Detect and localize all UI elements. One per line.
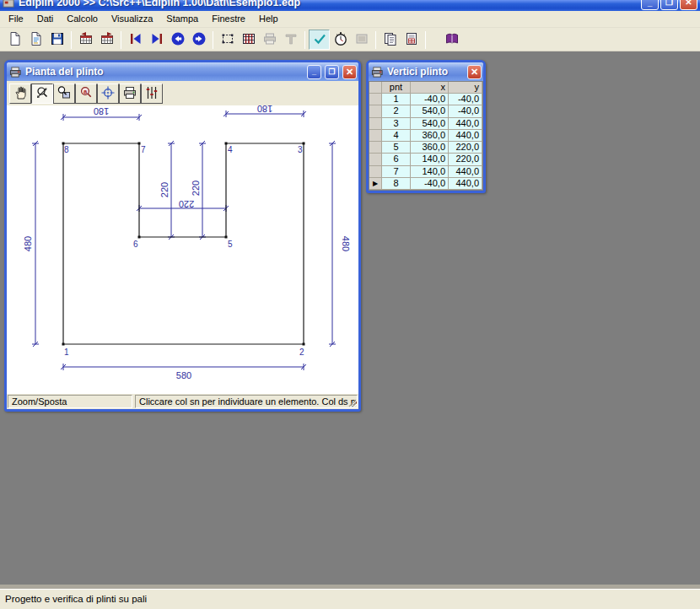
plot-canvas[interactable]: 180 180 480 480 220 220 220 580 8 7 4 3 … (7, 105, 358, 394)
close-button[interactable]: ✕ (680, 0, 697, 10)
main-window-title: Ediplin 2000 >> C:\Src++\Ediplin 1.00\Da… (19, 0, 300, 8)
table-row[interactable]: 3 540,0 440,0 (369, 118, 482, 130)
forward-button[interactable] (188, 30, 209, 50)
mdi-client-area: Pianta del plinto _ ❐ ✕ a (0, 51, 700, 589)
toolbar-separator (213, 31, 213, 49)
pianta-close-button[interactable]: ✕ (342, 65, 357, 79)
menu-help[interactable]: Help (252, 12, 285, 26)
col-header-y: y (449, 82, 482, 94)
menu-visualizza[interactable]: Visualizza (105, 12, 159, 26)
plinth-plan-drawing: 180 180 480 480 220 220 220 580 8 7 4 3 … (7, 105, 358, 394)
vertici-titlebar[interactable]: Vertici plinto ✕ (369, 62, 483, 81)
menu-file[interactable]: File (2, 12, 30, 26)
vertex-7-label: 7 (141, 145, 146, 154)
selection-button[interactable] (217, 30, 238, 50)
pan-hand-button[interactable] (9, 84, 31, 104)
display-options-button[interactable] (141, 84, 163, 104)
vertex-8-label: 8 (64, 145, 69, 154)
stopwatch-button[interactable] (330, 30, 351, 50)
table-row[interactable]: 7 140,0 440,0 (369, 166, 482, 178)
window-vertici-plinto: Vertici plinto ✕ pnt x y 1 -40,0 -40,0 (366, 60, 486, 193)
grid-next-button[interactable] (96, 30, 117, 50)
table-row[interactable]: 4 360,0 440,0 (369, 130, 482, 142)
first-record-button[interactable] (125, 30, 146, 50)
table-row[interactable]: 1 -40,0 -40,0 (369, 94, 482, 105)
vertex-6-label: 6 (133, 240, 138, 249)
maximize-button[interactable]: ❐ (660, 0, 678, 10)
table-arrow-left-icon (78, 31, 94, 48)
last-record-button[interactable] (146, 30, 167, 50)
open-button[interactable] (25, 30, 46, 50)
new-button[interactable] (4, 30, 25, 50)
vertici-close-button[interactable]: ✕ (467, 65, 482, 79)
resize-grip[interactable] (347, 398, 357, 407)
selection-rect-icon (220, 31, 235, 48)
results-disabled-button (351, 30, 372, 50)
table-row-selected[interactable]: ▶ 8 -40,0 440,0 (369, 178, 482, 190)
pianta-maximize-button[interactable]: ❐ (325, 65, 339, 79)
help-button[interactable] (441, 30, 462, 50)
vertex-2-label: 2 (299, 348, 304, 357)
zoom-a-icon: a (78, 85, 94, 102)
armature-table-icon (241, 31, 256, 48)
vertex-5-label: 5 (228, 240, 233, 249)
dim-notch-right-label: 220 (191, 181, 201, 196)
status-text: Progetto e verifica di plinti su pali (5, 594, 147, 604)
results-gray-icon (354, 31, 369, 48)
table-row[interactable]: 6 140,0 220,0 (369, 154, 482, 165)
table-view-button[interactable] (238, 30, 259, 50)
pianta-statusbar: Zoom/Sposta Cliccare col sn per individu… (7, 394, 358, 409)
report-button[interactable] (401, 30, 422, 50)
report-icon (404, 31, 419, 48)
dim-right-label: 480 (341, 236, 351, 251)
crosshair-icon (100, 85, 116, 102)
vertex-3-label: 3 (298, 145, 303, 154)
table-row[interactable]: 2 540,0 -40,0 (369, 105, 482, 117)
table-arrow-right-icon (100, 31, 115, 48)
forward-circle-icon (191, 31, 207, 48)
current-row-marker[interactable]: ▶ (369, 178, 382, 190)
minimize-button[interactable]: _ (641, 0, 659, 10)
open-document-icon (29, 31, 44, 48)
back-button[interactable] (167, 30, 188, 50)
vertex-4-label: 4 (228, 145, 233, 154)
dim-notch-width-label: 220 (179, 199, 194, 209)
zoom-window-button[interactable] (53, 84, 75, 104)
grid-prev-button[interactable] (75, 30, 96, 50)
table-row[interactable]: 5 360,0 220,0 (369, 142, 482, 154)
plot-window-icon (9, 66, 22, 78)
printer-gray-icon (262, 31, 277, 48)
pianta-minimize-button[interactable]: _ (307, 65, 321, 79)
t-section-disabled-button (280, 30, 301, 50)
save-floppy-icon (50, 31, 65, 48)
pianta-titlebar[interactable]: Pianta del plinto _ ❐ ✕ (7, 62, 358, 81)
row-selector-header (369, 82, 382, 94)
save-button[interactable] (46, 30, 67, 50)
menu-finestre[interactable]: Finestre (205, 12, 252, 26)
dim-notch-left-label: 220 (159, 182, 170, 197)
print-plot-button[interactable] (119, 84, 141, 104)
menu-stampa[interactable]: Stampa (159, 12, 205, 26)
zoom-pan-button[interactable] (31, 84, 53, 104)
col-header-pnt: pnt (382, 82, 411, 94)
print-disabled-button (259, 30, 280, 50)
menu-calcolo[interactable]: Calcolo (60, 12, 105, 26)
printer-icon (122, 85, 137, 102)
pianta-toolbar: a (7, 81, 358, 105)
copy-pages-button[interactable] (380, 30, 401, 50)
dim-top-left-label: 180 (94, 106, 109, 116)
zoom-all-button[interactable]: a (75, 84, 97, 104)
vertici-title: Vertici plinto (387, 66, 464, 78)
verify-check-button[interactable] (309, 30, 330, 50)
vertex-1-label: 1 (64, 348, 69, 357)
menu-dati[interactable]: Dati (30, 12, 61, 26)
col-header-x: x (411, 82, 449, 94)
toolbar-separator (71, 31, 72, 49)
toolbar-separator (425, 31, 426, 49)
toolbar-separator (375, 31, 376, 49)
hint-status-pane: Cliccare col sn per individuare un eleme… (135, 395, 358, 408)
main-titlebar: Ediplin 2000 >> C:\Src++\Ediplin 1.00\Da… (0, 0, 700, 11)
table-header-row: pnt x y (369, 82, 482, 94)
copy-pages-icon (383, 31, 398, 48)
center-target-button[interactable] (97, 84, 119, 104)
